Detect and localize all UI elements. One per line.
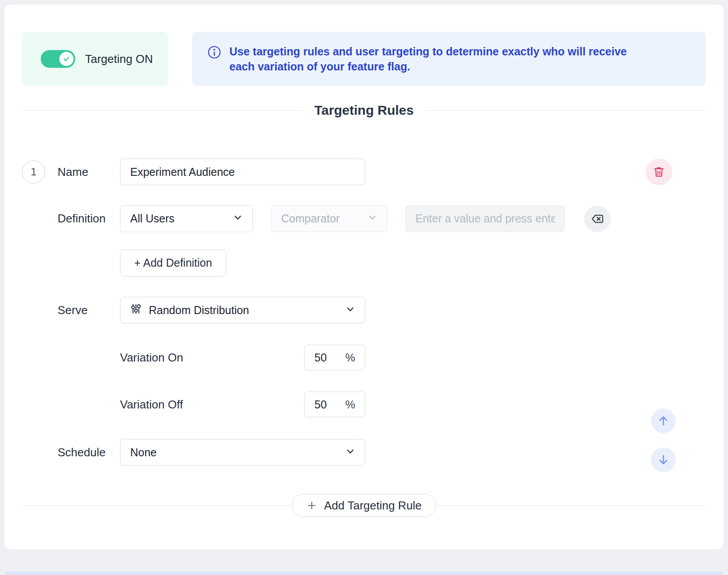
header-row: Targeting ON Use targeting rules and use… bbox=[22, 32, 706, 86]
schedule-select[interactable]: None bbox=[120, 439, 365, 466]
add-definition-button[interactable]: + Add Definition bbox=[120, 249, 226, 276]
chevron-down-icon bbox=[345, 304, 355, 317]
plus-icon bbox=[306, 500, 317, 511]
next-section-peek bbox=[4, 571, 724, 575]
targeting-toggle-label: Targeting ON bbox=[85, 52, 153, 66]
definition-label: Definition bbox=[58, 212, 120, 225]
targeting-toggle-container: Targeting ON bbox=[22, 32, 168, 86]
definition-value-input[interactable] bbox=[405, 205, 565, 232]
targeting-rule: 1 Name Definition All Users bbox=[22, 159, 706, 466]
info-icon bbox=[207, 45, 221, 86]
variation-off-label: Variation Off bbox=[120, 398, 304, 412]
rule-move-buttons bbox=[651, 408, 676, 472]
footer: Add Targeting Rule bbox=[22, 494, 706, 517]
comparator-select[interactable]: Comparator bbox=[271, 205, 387, 232]
percent-sign: % bbox=[345, 398, 355, 411]
variation-off-row: Variation Off % bbox=[22, 392, 706, 417]
name-label: Name bbox=[58, 165, 120, 179]
section-divider: Targeting Rules bbox=[22, 103, 706, 118]
trash-icon bbox=[653, 166, 665, 178]
serve-label: Serve bbox=[58, 303, 120, 317]
toggle-knob bbox=[59, 52, 74, 66]
rule-serve-row: Serve Random Distribution bbox=[22, 297, 706, 323]
rule-schedule-row: Schedule None bbox=[22, 439, 706, 466]
divider-line-left bbox=[22, 110, 302, 111]
chevron-down-icon bbox=[368, 212, 377, 225]
rule-definition-row: Definition All Users Comparator bbox=[22, 205, 706, 232]
info-banner-text: Use targeting rules and user targeting t… bbox=[229, 44, 654, 86]
schedule-label: Schedule bbox=[58, 446, 120, 459]
rule-name-input[interactable] bbox=[120, 159, 365, 185]
move-rule-down-button[interactable] bbox=[651, 447, 676, 472]
audience-select[interactable]: All Users bbox=[120, 205, 253, 232]
variation-off-input[interactable] bbox=[314, 398, 339, 411]
variation-on-row: Variation On % bbox=[22, 345, 706, 370]
schedule-select-value: None bbox=[130, 446, 157, 459]
variation-on-input[interactable] bbox=[314, 351, 339, 364]
serve-select[interactable]: Random Distribution bbox=[120, 297, 365, 323]
move-rule-up-button[interactable] bbox=[651, 408, 676, 433]
divider-line-right bbox=[426, 110, 706, 111]
sliders-icon bbox=[130, 303, 142, 317]
rule-number-badge: 1 bbox=[22, 160, 45, 183]
audience-select-value: All Users bbox=[130, 212, 174, 225]
chevron-down-icon bbox=[345, 446, 355, 459]
delete-rule-button[interactable] bbox=[646, 159, 672, 185]
check-icon bbox=[62, 55, 70, 63]
targeting-toggle[interactable] bbox=[41, 50, 75, 68]
info-banner: Use targeting rules and user targeting t… bbox=[192, 32, 706, 86]
add-targeting-rule-button[interactable]: Add Targeting Rule bbox=[292, 494, 437, 517]
arrow-down-icon bbox=[657, 454, 670, 466]
variation-off-field: % bbox=[304, 392, 365, 417]
backspace-icon bbox=[591, 212, 604, 225]
variation-on-label: Variation On bbox=[120, 351, 304, 365]
add-definition-row: + Add Definition bbox=[22, 249, 706, 276]
add-targeting-rule-label: Add Targeting Rule bbox=[324, 499, 422, 513]
section-title: Targeting Rules bbox=[314, 103, 414, 118]
clear-value-button[interactable] bbox=[584, 206, 611, 232]
comparator-select-placeholder: Comparator bbox=[281, 212, 340, 225]
targeting-panel: Targeting ON Use targeting rules and use… bbox=[4, 4, 724, 549]
arrow-up-icon bbox=[657, 415, 670, 427]
variation-on-field: % bbox=[304, 345, 365, 370]
rule-name-row: 1 Name bbox=[22, 159, 706, 185]
serve-select-value: Random Distribution bbox=[149, 304, 249, 317]
percent-sign: % bbox=[345, 351, 355, 364]
chevron-down-icon bbox=[233, 212, 243, 225]
